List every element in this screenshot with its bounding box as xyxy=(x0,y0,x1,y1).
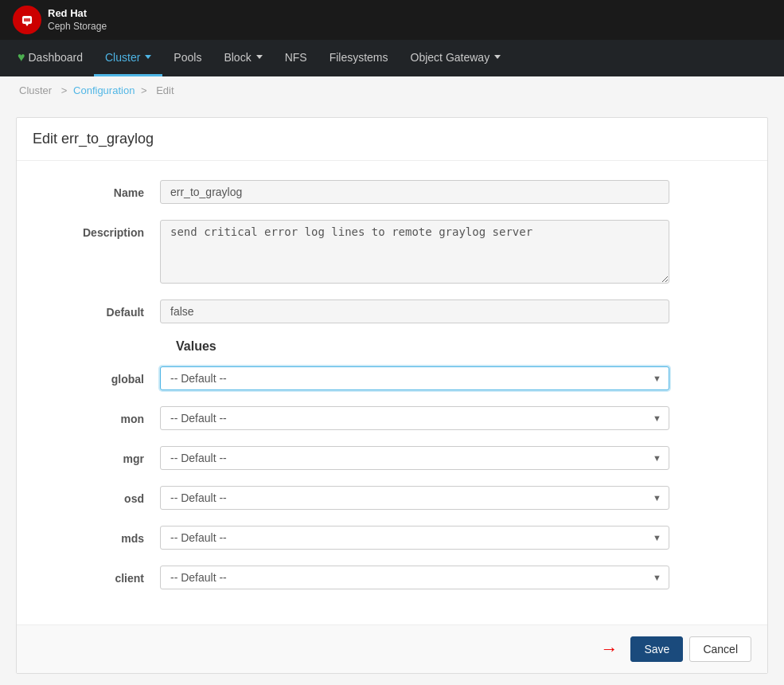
nav-cluster[interactable]: Cluster xyxy=(94,40,162,76)
cancel-button[interactable]: Cancel xyxy=(689,636,751,662)
nav-object-gateway[interactable]: Object Gateway xyxy=(400,40,513,76)
nav-object-gateway-label: Object Gateway xyxy=(411,51,490,64)
breadcrumb-sep-2: > xyxy=(141,84,150,96)
mds-label: mds xyxy=(33,526,160,545)
breadcrumb-cluster: Cluster xyxy=(19,84,52,96)
osd-label: osd xyxy=(33,486,160,505)
mon-select[interactable]: -- Default -- true false xyxy=(160,406,669,430)
nav-pools[interactable]: Pools xyxy=(162,40,213,76)
name-input[interactable] xyxy=(160,180,669,204)
edit-card: Edit err_to_graylog Name Description Def… xyxy=(16,117,768,674)
object-gateway-caret-icon xyxy=(494,55,501,59)
mgr-select-wrapper: -- Default -- true false xyxy=(160,446,669,470)
default-input[interactable] xyxy=(160,299,669,323)
nav-filesystems-label: Filesystems xyxy=(330,51,388,64)
breadcrumb: Cluster > Configuration > Edit xyxy=(0,76,784,104)
brand: Red Hat Ceph Storage xyxy=(13,6,107,34)
mgr-field-group: mgr -- Default -- true false xyxy=(33,446,751,470)
osd-select[interactable]: -- Default -- true false xyxy=(160,486,669,510)
brand-name: Red Hat xyxy=(48,7,107,21)
nav-block-label: Block xyxy=(224,51,251,64)
card-footer: → Save Cancel xyxy=(17,624,767,673)
global-label: global xyxy=(33,366,160,386)
nav-dashboard[interactable]: ♥ Dashboard xyxy=(6,40,94,76)
save-button[interactable]: Save xyxy=(630,636,683,662)
description-textarea[interactable] xyxy=(160,220,669,284)
global-select[interactable]: -- Default -- true false xyxy=(160,366,669,390)
main-navigation: ♥ Dashboard Cluster Pools Block NFS File… xyxy=(0,40,784,76)
client-select-wrapper: -- Default -- true false xyxy=(160,566,669,589)
mon-field-group: mon -- Default -- true false xyxy=(33,406,751,430)
mds-select-wrapper: -- Default -- true false xyxy=(160,526,669,550)
card-header: Edit err_to_graylog xyxy=(17,118,767,161)
osd-select-wrapper: -- Default -- true false xyxy=(160,486,669,510)
nav-dashboard-label: Dashboard xyxy=(29,51,84,64)
block-caret-icon xyxy=(256,55,263,59)
nav-nfs-label: NFS xyxy=(285,51,307,64)
nav-nfs[interactable]: NFS xyxy=(274,40,318,76)
redhat-logo-icon xyxy=(13,6,41,34)
values-section-title: Values xyxy=(176,339,751,354)
mds-field-group: mds -- Default -- true false xyxy=(33,526,751,550)
mon-select-wrapper: -- Default -- true false xyxy=(160,406,669,430)
topbar: Red Hat Ceph Storage xyxy=(0,0,784,40)
mon-label: mon xyxy=(33,406,160,425)
form-title: Edit err_to_graylog xyxy=(33,131,751,147)
mgr-select[interactable]: -- Default -- true false xyxy=(160,446,669,470)
heartbeat-icon: ♥ xyxy=(18,50,25,65)
mds-select[interactable]: -- Default -- true false xyxy=(160,526,669,550)
arrow-indicator-icon: → xyxy=(600,639,618,660)
main-content: Edit err_to_graylog Name Description Def… xyxy=(0,104,784,685)
nav-block[interactable]: Block xyxy=(213,40,273,76)
name-label: Name xyxy=(33,180,160,199)
breadcrumb-configuration[interactable]: Configuration xyxy=(73,84,135,96)
client-select[interactable]: -- Default -- true false xyxy=(160,566,669,589)
global-select-wrapper: -- Default -- true false xyxy=(160,366,669,390)
description-field-group: Description xyxy=(33,220,751,284)
description-label: Description xyxy=(33,220,160,239)
brand-text: Red Hat Ceph Storage xyxy=(48,7,107,33)
client-field-group: client -- Default -- true false xyxy=(33,566,751,589)
nav-pools-label: Pools xyxy=(174,51,201,64)
mgr-label: mgr xyxy=(33,446,160,465)
cluster-caret-icon xyxy=(145,55,151,59)
nav-filesystems[interactable]: Filesystems xyxy=(318,40,400,76)
client-label: client xyxy=(33,566,160,585)
osd-field-group: osd -- Default -- true false xyxy=(33,486,751,510)
brand-subtitle: Ceph Storage xyxy=(48,21,107,33)
card-body: Name Description Default Values global xyxy=(17,161,767,624)
global-field-group: global -- Default -- true false xyxy=(33,366,751,390)
breadcrumb-sep-1: > xyxy=(61,84,70,96)
default-field-group: Default xyxy=(33,299,751,323)
nav-cluster-label: Cluster xyxy=(105,51,140,64)
name-field-group: Name xyxy=(33,180,751,204)
breadcrumb-edit: Edit xyxy=(156,84,174,96)
default-label: Default xyxy=(33,299,160,319)
